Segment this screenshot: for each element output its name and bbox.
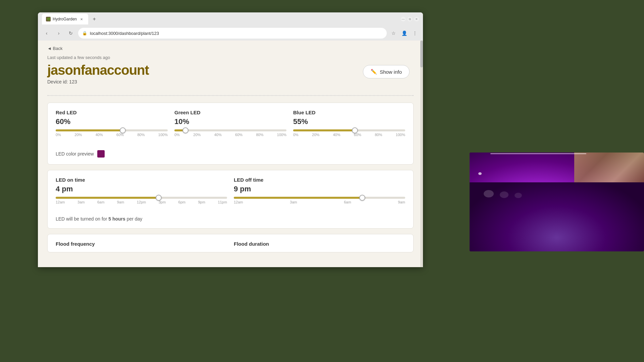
- red-led-scale: 0%20%40%60%80%100%: [56, 133, 168, 137]
- tab-title: HydroGarden: [53, 17, 77, 21]
- toolbar-icons: ☆ 👤 ⋮: [389, 29, 419, 37]
- flood-duration-section: Flood duration: [234, 241, 405, 249]
- flood-frequency-label: Flood frequency: [56, 241, 227, 247]
- more-icon[interactable]: ⋮: [411, 29, 419, 37]
- show-info-button[interactable]: ✏️ Show info: [363, 65, 410, 78]
- led-off-time-section: LED off time 9 pm 12am3am6am9am: [234, 177, 405, 207]
- plant-name-heading: jasonfanaccount: [47, 63, 149, 78]
- blue-led-section: Blue LED 55% 0%20%40%60%80%100%: [293, 110, 405, 139]
- active-tab[interactable]: 🌿 HydroGarden ✕: [42, 14, 88, 24]
- tab-favicon-icon: 🌿: [46, 17, 51, 21]
- schedule-hours: 5 hours: [108, 216, 125, 222]
- section-divider: [47, 95, 414, 96]
- led-on-time-section: LED on time 4 pm 12am3am6am9am12pm3pm6pm…: [56, 177, 227, 207]
- green-led-section: Green LED 10% 0%20%40%60%80%100%: [174, 110, 286, 139]
- tab-close-button[interactable]: ✕: [79, 16, 84, 22]
- red-led-value: 60%: [56, 117, 168, 126]
- off-time-scale: 12am3am6am9am: [234, 200, 405, 204]
- scrollbar-track[interactable]: [420, 41, 423, 267]
- red-led-slider[interactable]: 0%20%40%60%80%100%: [56, 129, 168, 137]
- red-led-section: Red LED 60% 0%20%40%60%80%100%: [56, 110, 168, 139]
- back-label: ◄ Back: [47, 46, 62, 51]
- camera-overlay: [470, 153, 644, 251]
- address-input[interactable]: 🔒 localhost:3000/dashboard/plant/123: [78, 28, 387, 39]
- blue-led-value: 55%: [293, 117, 405, 126]
- flood-grid: Flood frequency Flood duration: [56, 241, 405, 249]
- led-on-time-value: 4 pm: [56, 185, 227, 193]
- schedule-message: LED will be turned on for 5 hours per da…: [56, 216, 405, 222]
- back-nav-button[interactable]: ‹: [42, 28, 51, 38]
- minimize-button[interactable]: —: [401, 17, 406, 21]
- red-led-label: Red LED: [56, 110, 168, 115]
- last-updated-text: Last updated a few seconds ago: [47, 55, 149, 60]
- back-link[interactable]: ◄ Back: [47, 46, 414, 51]
- led-preview-row: LED color preview: [56, 150, 405, 158]
- close-button[interactable]: ✕: [414, 17, 419, 21]
- schedule-card: LED on time 4 pm 12am3am6am9am12pm3pm6pm…: [47, 170, 414, 229]
- url-text: localhost:3000/dashboard/plant/123: [90, 31, 159, 36]
- forward-nav-button[interactable]: ›: [54, 28, 63, 38]
- blue-led-scale: 0%20%40%60%80%100%: [293, 133, 405, 137]
- scrollbar-thumb[interactable]: [420, 41, 423, 67]
- edit-icon: ✏️: [371, 69, 377, 75]
- browser-titlebar: 🌿 HydroGarden ✕ + — ⧉ ✕: [38, 12, 423, 26]
- device-id-text: Device id: 123: [47, 79, 149, 84]
- new-tab-button[interactable]: +: [90, 14, 99, 24]
- led-on-time-slider[interactable]: 12am3am6am9am12pm3pm6pm9pm11pm: [56, 197, 227, 204]
- green-led-slider[interactable]: 0%20%40%60%80%100%: [174, 129, 286, 137]
- schedule-msg-start: LED will be turned on for: [56, 216, 107, 222]
- green-led-value: 10%: [174, 117, 286, 126]
- header-left: Last updated a few seconds ago jasonfana…: [47, 55, 149, 90]
- camera-led-dots: [484, 190, 522, 198]
- address-bar: ‹ › ↻ 🔒 localhost:3000/dashboard/plant/1…: [38, 26, 423, 41]
- tab-bar: 🌿 HydroGarden ✕ +: [42, 14, 398, 24]
- maximize-button[interactable]: ⧉: [408, 17, 412, 21]
- schedule-msg-end: per day: [127, 216, 143, 222]
- camera-bright-dot: [478, 172, 482, 175]
- page-content: ◄ Back Last updated a few seconds ago ja…: [38, 41, 423, 267]
- flood-card: Flood frequency Flood duration: [47, 234, 414, 252]
- led-grid: Red LED 60% 0%20%40%60%80%100%: [56, 110, 405, 158]
- led-preview-label: LED color preview: [56, 151, 94, 157]
- led-color-preview: [97, 150, 105, 158]
- flood-duration-label: Flood duration: [234, 241, 405, 247]
- page-header: Last updated a few seconds ago jasonfana…: [47, 55, 414, 90]
- lock-icon: 🔒: [82, 31, 87, 36]
- camera-led-strip: [490, 153, 586, 154]
- blue-led-slider[interactable]: 0%20%40%60%80%100%: [293, 129, 405, 137]
- flood-frequency-section: Flood frequency: [56, 241, 227, 249]
- bookmark-icon[interactable]: ☆: [389, 29, 397, 37]
- led-off-time-label: LED off time: [234, 177, 405, 183]
- profile-icon[interactable]: 👤: [400, 29, 408, 37]
- led-off-time-slider[interactable]: 12am3am6am9am: [234, 197, 405, 204]
- window-controls: — ⧉ ✕: [401, 17, 419, 21]
- show-info-label: Show info: [380, 69, 402, 75]
- led-off-time-value: 9 pm: [234, 185, 405, 193]
- blue-led-label: Blue LED: [293, 110, 405, 115]
- time-grid: LED on time 4 pm 12am3am6am9am12pm3pm6pm…: [56, 177, 405, 222]
- led-card: Red LED 60% 0%20%40%60%80%100%: [47, 103, 414, 165]
- on-time-scale: 12am3am6am9am12pm3pm6pm9pm11pm: [56, 200, 227, 204]
- reload-button[interactable]: ↻: [66, 28, 75, 38]
- green-led-label: Green LED: [174, 110, 286, 115]
- green-led-scale: 0%20%40%60%80%100%: [174, 133, 286, 137]
- led-on-time-label: LED on time: [56, 177, 227, 183]
